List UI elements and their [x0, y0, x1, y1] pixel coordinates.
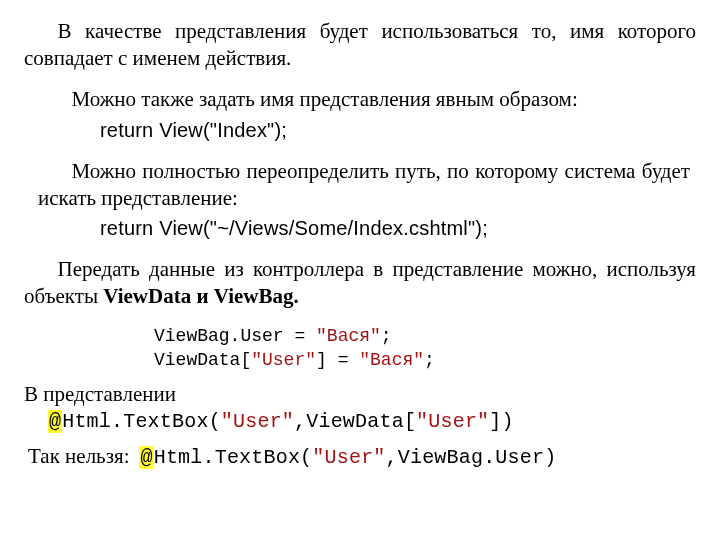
viewdata-key: "User" [251, 350, 316, 370]
paragraph-pass-data: Передать данные из контроллера в предста… [24, 256, 696, 310]
viewbag-line: ViewBag.User = "Вася"; [154, 324, 696, 348]
representation-code: @Html.TextBox("User",ViewData["User"]) [48, 410, 696, 433]
viewdata-value: "Вася" [359, 350, 424, 370]
at-highlight: @ [48, 410, 62, 433]
bad-arg1: "User" [312, 446, 385, 469]
viewbag-viewdata-block: ViewBag.User = "Вася"; ViewData["User"] … [154, 324, 696, 373]
bad-rest: ,ViewBag.User) [386, 446, 557, 469]
code-return-view-path: return View("~/Views/Some/Index.cshtml")… [100, 217, 690, 240]
viewbag-semicolon: ; [381, 326, 392, 346]
rep-mid: ,ViewData[ [294, 410, 416, 433]
rep-arg1: "User" [221, 410, 294, 433]
viewdata-line: ViewData["User"] = "Вася"; [154, 348, 696, 372]
viewdata-semicolon: ; [424, 350, 435, 370]
rep-func-open: Html.TextBox( [62, 410, 221, 433]
bad-code: @Html.TextBox("User",ViewBag.User) [139, 446, 556, 469]
bad-at-highlight: @ [139, 446, 153, 469]
bad-func-open: Html.TextBox( [154, 446, 313, 469]
paragraph-override-path: Можно полностью переопределить путь, по … [38, 158, 690, 212]
pass-data-bold: ViewData и ViewBag. [103, 284, 298, 308]
viewbag-string: "Вася" [316, 326, 381, 346]
bad-label: Так нельзя: [28, 443, 129, 470]
viewdata-mid: ] = [316, 350, 359, 370]
paragraph-explicit-name: Можно также задать имя представления явн… [38, 86, 690, 113]
rep-arg2: "User" [416, 410, 489, 433]
paragraph-intro: В качестве представления будет использов… [24, 18, 696, 72]
rep-close: ]) [489, 410, 513, 433]
representation-label: В представлении [24, 381, 696, 408]
viewdata-prefix: ViewData[ [154, 350, 251, 370]
code-return-view-index: return View("Index"); [100, 119, 690, 142]
viewbag-prefix: ViewBag.User = [154, 326, 316, 346]
